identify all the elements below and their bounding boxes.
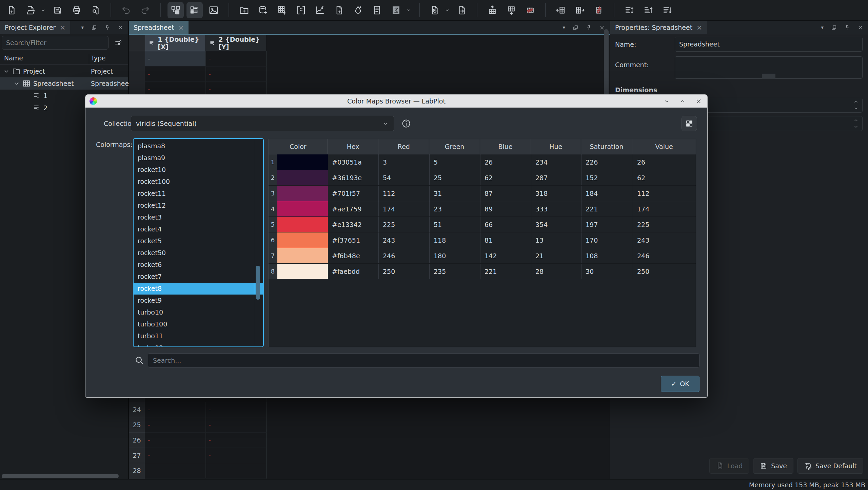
caret-down-icon[interactable] — [3, 68, 10, 75]
search-filter-input[interactable] — [2, 36, 108, 50]
table-row[interactable]: 2#36193e54256228715262 — [269, 170, 696, 186]
table-header-hex[interactable]: Hex — [328, 139, 379, 154]
colormap-item-rocket9[interactable]: rocket9 — [134, 295, 263, 306]
new-datapicker-button[interactable] — [312, 2, 328, 18]
colormap-item-turbo100[interactable]: turbo100 — [134, 318, 263, 330]
new-matrix-button[interactable] — [293, 2, 309, 18]
dock-menu-icon[interactable]: ▾ — [81, 24, 84, 31]
resize-grip[interactable] — [762, 74, 775, 79]
tab-spreadsheet[interactable]: Spreadsheet × — [129, 21, 189, 34]
cell[interactable]: - — [206, 51, 267, 67]
table-row[interactable]: 3#701f571123187318184112 — [269, 186, 696, 201]
table-header-green[interactable]: Green — [429, 139, 480, 154]
column-header-2[interactable]: 2 {Double} [Y] — [206, 35, 267, 51]
new-folder-button[interactable] — [236, 2, 252, 18]
import-button[interactable] — [427, 2, 443, 18]
collection-combobox[interactable]: viridis (Sequential) — [131, 116, 394, 131]
load-button[interactable]: Load — [709, 458, 749, 474]
close-icon[interactable]: × — [178, 24, 184, 31]
table-header-saturation[interactable]: Saturation — [581, 139, 633, 154]
cell[interactable]: - — [206, 448, 267, 463]
row-header[interactable]: 28 — [129, 463, 145, 478]
table-header-blue[interactable]: Blue — [480, 139, 531, 154]
spinbox-arrows[interactable] — [853, 99, 859, 111]
name-field[interactable]: Spreadsheet — [675, 37, 863, 52]
save-button[interactable]: Save — [753, 458, 793, 474]
insert-column-left-button[interactable] — [553, 2, 569, 18]
tree-item-spreadsheet[interactable]: SpreadsheetSpreadsheet — [0, 77, 128, 90]
colormap-item-rocket6[interactable]: rocket6 — [134, 259, 263, 271]
new-project-button[interactable] — [3, 2, 20, 18]
remove-columns-button[interactable] — [591, 2, 607, 18]
column-header-name[interactable]: Name — [4, 54, 23, 62]
sort-button[interactable] — [621, 2, 637, 18]
maximize-icon[interactable] — [679, 98, 686, 105]
new-worksheet-button[interactable] — [331, 2, 347, 18]
row-header[interactable]: 24 — [129, 402, 145, 417]
close-icon[interactable]: × — [696, 24, 702, 31]
close-icon[interactable] — [857, 25, 863, 31]
cell[interactable]: - — [206, 463, 267, 478]
print-button[interactable] — [68, 2, 85, 18]
colormap-item-rocket5[interactable]: rocket5 — [134, 235, 263, 247]
column-header-type[interactable]: Type — [91, 54, 106, 62]
cell[interactable]: - — [145, 402, 206, 417]
toggle-properties-explorer-button[interactable] — [186, 2, 203, 18]
colormap-item-rocket8[interactable]: rocket8 — [134, 283, 263, 295]
cell[interactable]: - — [145, 67, 206, 82]
colormap-item-rocket10[interactable]: rocket10 — [134, 164, 263, 176]
colormap-item-rocket3[interactable]: rocket3 — [134, 211, 263, 223]
ok-button[interactable]: ✓ OK — [661, 376, 699, 392]
table-header-hue[interactable]: Hue — [531, 139, 581, 154]
table-row[interactable]: 6#f376512431188113170243 — [269, 232, 696, 248]
save-default-button[interactable]: Save Default — [797, 458, 863, 474]
colormap-item-rocket7[interactable]: rocket7 — [134, 271, 263, 283]
view-mode-button[interactable] — [682, 116, 697, 131]
close-icon[interactable]: × — [60, 24, 65, 31]
open-project-button[interactable] — [22, 2, 39, 18]
corner-cell[interactable] — [129, 35, 145, 51]
sort-ascending-button[interactable] — [640, 2, 656, 18]
close-icon[interactable] — [599, 25, 605, 31]
table-row[interactable]: 8#faebdd2502352212830250 — [269, 264, 696, 279]
colormap-item-plasma8[interactable]: plasma8 — [134, 140, 263, 152]
open-project-dropdown[interactable] — [39, 2, 47, 18]
colormap-item-rocket100[interactable]: rocket100 — [134, 176, 263, 188]
row-header[interactable]: 25 — [129, 417, 145, 433]
cell[interactable]: - — [206, 433, 267, 448]
redo-button[interactable] — [137, 2, 153, 18]
pin-icon[interactable] — [104, 25, 110, 31]
info-button[interactable] — [398, 116, 414, 131]
column-header-1[interactable]: 1 {Double} [X] — [145, 35, 206, 51]
colormap-item-plasma9[interactable]: plasma9 — [134, 152, 263, 164]
colormap-item-turbo10[interactable]: turbo10 — [134, 306, 263, 318]
row-header[interactable]: 27 — [129, 448, 145, 463]
float-icon[interactable] — [831, 25, 837, 31]
remove-rows-button[interactable] — [522, 2, 538, 18]
spinbox-arrows[interactable] — [853, 117, 859, 130]
dock-menu-icon[interactable]: ▾ — [821, 24, 824, 31]
comment-field[interactable] — [675, 56, 863, 79]
colormap-item-turbo11[interactable]: turbo11 — [134, 330, 263, 342]
import-dropdown[interactable] — [443, 2, 451, 18]
new-spreadsheet-button[interactable] — [274, 2, 290, 18]
colormap-item-rocket11[interactable]: rocket11 — [134, 188, 263, 200]
new-note-button[interactable] — [369, 2, 385, 18]
table-row[interactable]: 1#03051a352623422626 — [269, 154, 696, 170]
pin-icon[interactable] — [844, 25, 850, 31]
cell[interactable]: - — [145, 463, 206, 478]
cell[interactable]: - — [206, 402, 267, 417]
filter-options-button[interactable] — [112, 37, 125, 49]
table-row[interactable]: 4#ae17591742389333221174 — [269, 201, 696, 217]
insert-column-right-button[interactable] — [572, 2, 588, 18]
pin-icon[interactable] — [586, 25, 592, 31]
colormap-item-rocket50[interactable]: rocket50 — [134, 247, 263, 259]
table-row[interactable]: 7#f6b48e24618014221108246 — [269, 248, 696, 264]
toggle-project-explorer-button[interactable] — [167, 2, 184, 18]
horizontal-scrollbar[interactable] — [2, 474, 119, 478]
undo-button[interactable] — [118, 2, 134, 18]
insert-row-below-button[interactable] — [503, 2, 519, 18]
table-header-red[interactable]: Red — [378, 139, 429, 154]
minimize-icon[interactable] — [664, 98, 670, 105]
tree-item-project[interactable]: ProjectProject — [0, 65, 128, 77]
